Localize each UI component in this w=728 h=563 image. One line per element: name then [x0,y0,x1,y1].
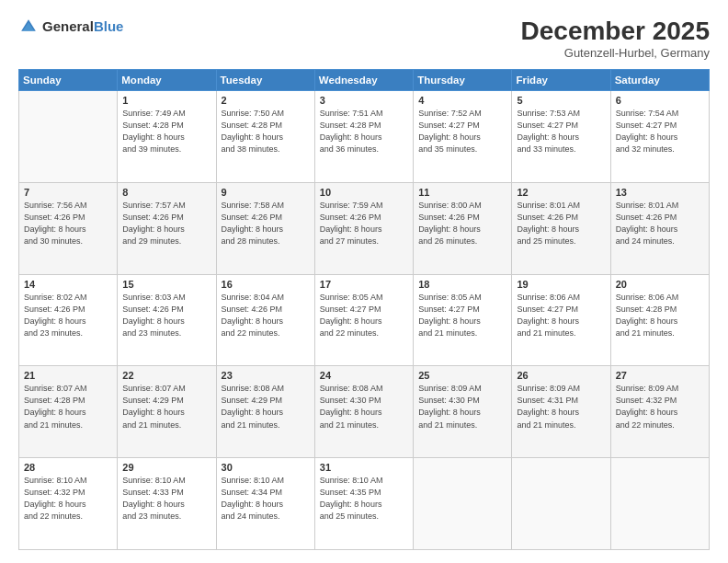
day-info: Sunrise: 8:10 AM Sunset: 4:33 PM Dayligh… [122,475,210,523]
day-info: Sunrise: 7:54 AM Sunset: 4:27 PM Dayligh… [616,108,704,155]
day-info: Sunrise: 8:10 AM Sunset: 4:35 PM Dayligh… [320,475,408,523]
location-subtitle: Gutenzell-Hurbel, Germany [521,46,710,60]
day-info: Sunrise: 7:50 AM Sunset: 4:28 PM Dayligh… [222,108,310,155]
day-info: Sunrise: 7:49 AM Sunset: 4:28 PM Dayligh… [122,108,210,155]
day-info: Sunrise: 8:10 AM Sunset: 4:32 PM Dayligh… [24,475,112,523]
col-saturday: Saturday [610,70,709,91]
table-row: 2Sunrise: 7:50 AM Sunset: 4:28 PM Daylig… [216,91,314,183]
table-row: 16Sunrise: 8:04 AM Sunset: 4:26 PM Dayli… [216,274,314,366]
day-info: Sunrise: 8:05 AM Sunset: 4:27 PM Dayligh… [320,292,408,339]
calendar-week-row: 7Sunrise: 7:56 AM Sunset: 4:26 PM Daylig… [19,182,710,274]
day-info: Sunrise: 8:01 AM Sunset: 4:26 PM Dayligh… [517,200,605,247]
day-info: Sunrise: 7:52 AM Sunset: 4:27 PM Dayligh… [418,108,506,155]
day-info: Sunrise: 8:02 AM Sunset: 4:26 PM Dayligh… [24,292,112,339]
table-row: 3Sunrise: 7:51 AM Sunset: 4:28 PM Daylig… [314,91,413,183]
day-info: Sunrise: 7:51 AM Sunset: 4:28 PM Dayligh… [320,108,408,155]
day-number: 1 [122,95,210,106]
table-row: 5Sunrise: 7:53 AM Sunset: 4:27 PM Daylig… [512,91,610,183]
header: GeneralBlue December 2025 Gutenzell-Hurb… [18,17,710,60]
table-row: 28Sunrise: 8:10 AM Sunset: 4:32 PM Dayli… [19,458,118,550]
table-row: 23Sunrise: 8:08 AM Sunset: 4:29 PM Dayli… [216,366,314,458]
table-row: 21Sunrise: 8:07 AM Sunset: 4:28 PM Dayli… [19,366,118,458]
table-row [512,458,610,550]
col-monday: Monday [118,70,216,91]
table-row [414,458,512,550]
day-info: Sunrise: 8:07 AM Sunset: 4:29 PM Dayligh… [122,383,210,431]
table-row: 15Sunrise: 8:03 AM Sunset: 4:26 PM Dayli… [118,274,216,366]
day-number: 4 [418,95,506,106]
month-title: December 2025 [521,17,710,46]
table-row: 13Sunrise: 8:01 AM Sunset: 4:26 PM Dayli… [610,182,709,274]
day-number: 2 [222,95,310,106]
table-row: 10Sunrise: 7:59 AM Sunset: 4:26 PM Dayli… [314,182,413,274]
day-info: Sunrise: 7:59 AM Sunset: 4:26 PM Dayligh… [320,200,408,247]
day-info: Sunrise: 8:09 AM Sunset: 4:30 PM Dayligh… [418,383,506,431]
col-sunday: Sunday [19,70,118,91]
day-info: Sunrise: 8:04 AM Sunset: 4:26 PM Dayligh… [222,292,310,339]
day-info: Sunrise: 8:03 AM Sunset: 4:26 PM Dayligh… [122,292,210,339]
table-row: 12Sunrise: 8:01 AM Sunset: 4:26 PM Dayli… [512,182,610,274]
table-row: 14Sunrise: 8:02 AM Sunset: 4:26 PM Dayli… [19,274,118,366]
day-number: 31 [320,462,408,473]
col-thursday: Thursday [414,70,512,91]
calendar-week-row: 21Sunrise: 8:07 AM Sunset: 4:28 PM Dayli… [19,366,710,458]
day-number: 22 [122,370,210,381]
calendar-table: Sunday Monday Tuesday Wednesday Thursday… [18,69,710,550]
table-row: 24Sunrise: 8:08 AM Sunset: 4:30 PM Dayli… [314,366,413,458]
table-row: 8Sunrise: 7:57 AM Sunset: 4:26 PM Daylig… [118,182,216,274]
day-info: Sunrise: 8:09 AM Sunset: 4:32 PM Dayligh… [616,383,704,431]
day-number: 6 [616,95,704,106]
title-block: December 2025 Gutenzell-Hurbel, Germany [521,17,710,60]
day-number: 27 [616,370,704,381]
col-tuesday: Tuesday [216,70,314,91]
day-number: 17 [320,279,408,290]
page: GeneralBlue December 2025 Gutenzell-Hurb… [0,0,728,563]
day-number: 23 [222,370,310,381]
day-number: 20 [616,279,704,290]
day-info: Sunrise: 8:08 AM Sunset: 4:29 PM Dayligh… [222,383,310,431]
day-info: Sunrise: 8:10 AM Sunset: 4:34 PM Dayligh… [222,475,310,523]
table-row [19,91,118,183]
day-info: Sunrise: 8:05 AM Sunset: 4:27 PM Dayligh… [418,292,506,339]
logo-text-blue: Blue [94,18,124,34]
day-number: 30 [222,462,310,473]
calendar-header-row: Sunday Monday Tuesday Wednesday Thursday… [19,70,710,91]
table-row: 9Sunrise: 7:58 AM Sunset: 4:26 PM Daylig… [216,182,314,274]
day-number: 9 [222,187,310,198]
calendar-week-row: 1Sunrise: 7:49 AM Sunset: 4:28 PM Daylig… [19,91,710,183]
day-number: 15 [122,279,210,290]
day-number: 16 [222,279,310,290]
table-row: 17Sunrise: 8:05 AM Sunset: 4:27 PM Dayli… [314,274,413,366]
day-number: 10 [320,187,408,198]
logo: GeneralBlue [18,17,123,37]
table-row: 4Sunrise: 7:52 AM Sunset: 4:27 PM Daylig… [414,91,512,183]
table-row [610,458,709,550]
table-row: 19Sunrise: 8:06 AM Sunset: 4:27 PM Dayli… [512,274,610,366]
day-number: 25 [418,370,506,381]
day-number: 12 [517,187,605,198]
logo-text-general: General [42,18,94,34]
day-number: 26 [517,370,605,381]
day-number: 7 [24,187,112,198]
col-friday: Friday [512,70,610,91]
day-info: Sunrise: 8:07 AM Sunset: 4:28 PM Dayligh… [24,383,112,431]
table-row: 22Sunrise: 8:07 AM Sunset: 4:29 PM Dayli… [118,366,216,458]
day-info: Sunrise: 8:06 AM Sunset: 4:28 PM Dayligh… [616,292,704,339]
day-number: 28 [24,462,112,473]
table-row: 20Sunrise: 8:06 AM Sunset: 4:28 PM Dayli… [610,274,709,366]
calendar-week-row: 28Sunrise: 8:10 AM Sunset: 4:32 PM Dayli… [19,458,710,550]
table-row: 26Sunrise: 8:09 AM Sunset: 4:31 PM Dayli… [512,366,610,458]
day-info: Sunrise: 7:58 AM Sunset: 4:26 PM Dayligh… [222,200,310,247]
table-row: 30Sunrise: 8:10 AM Sunset: 4:34 PM Dayli… [216,458,314,550]
table-row: 18Sunrise: 8:05 AM Sunset: 4:27 PM Dayli… [414,274,512,366]
day-number: 24 [320,370,408,381]
table-row: 25Sunrise: 8:09 AM Sunset: 4:30 PM Dayli… [414,366,512,458]
day-info: Sunrise: 8:01 AM Sunset: 4:26 PM Dayligh… [616,200,704,247]
day-info: Sunrise: 7:53 AM Sunset: 4:27 PM Dayligh… [517,108,605,155]
day-info: Sunrise: 8:09 AM Sunset: 4:31 PM Dayligh… [517,383,605,431]
table-row: 6Sunrise: 7:54 AM Sunset: 4:27 PM Daylig… [610,91,709,183]
day-info: Sunrise: 8:06 AM Sunset: 4:27 PM Dayligh… [517,292,605,339]
day-number: 3 [320,95,408,106]
day-number: 29 [122,462,210,473]
day-number: 18 [418,279,506,290]
